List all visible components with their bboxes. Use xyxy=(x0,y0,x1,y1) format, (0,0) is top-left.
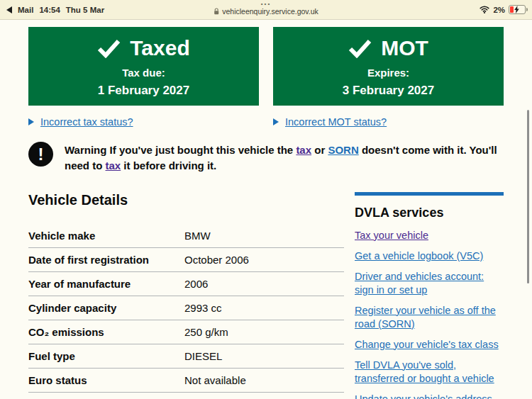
warning-text: Warning If you've just bought this vehic… xyxy=(65,142,504,174)
scrollbar-thumb[interactable] xyxy=(527,110,529,283)
row-value: 2993 cc xyxy=(184,302,222,314)
table-row: Real Driving Emissions (RDE) Not availab… xyxy=(28,393,344,399)
row-label: Year of manufacture xyxy=(28,278,184,290)
table-row: Cylinder capacity 2993 cc xyxy=(28,296,344,320)
dvla-service-link[interactable]: Tax your vehicle xyxy=(355,229,504,242)
row-value: 2006 xyxy=(184,278,208,290)
clock-time: 14:54 xyxy=(39,6,60,14)
status-panels: Taxed Tax due: 1 February 2027 MOT Expir… xyxy=(28,27,504,106)
dvla-service-link[interactable]: Driver and vehicles account: sign in or … xyxy=(355,270,504,297)
dvla-service-link[interactable]: Update your vehicle's address xyxy=(355,393,504,399)
safari-window: Mail 14:54 Thu 5 Mar ••• vehicleenquiry.… xyxy=(0,0,532,399)
panel-date: 1 February 2027 xyxy=(28,84,259,98)
table-row: Year of manufacture 2006 xyxy=(28,272,344,296)
panel-title: Taxed xyxy=(130,38,189,59)
vehicle-details-heading: Vehicle Details xyxy=(28,192,344,208)
two-column-layout: Vehicle Details Vehicle make BMW Date of… xyxy=(28,192,504,399)
row-label: Vehicle make xyxy=(28,230,184,242)
row-label: Cylinder capacity xyxy=(28,302,184,314)
warning-text-segment: it before driving it. xyxy=(121,159,216,172)
wifi-icon xyxy=(480,6,489,13)
warning-notice: ! Warning If you've just bought this veh… xyxy=(28,142,504,174)
panel-date: 3 February 2027 xyxy=(273,84,504,98)
vehicle-details-section: Vehicle Details Vehicle make BMW Date of… xyxy=(28,192,344,399)
row-value: DIESEL xyxy=(184,350,222,362)
address-bar: ••• vehicleenquiry.service.gov.uk xyxy=(214,0,318,16)
warning-inline-link[interactable]: SORN xyxy=(328,144,358,156)
dvla-service-link[interactable]: Get a vehicle logbook (V5C) xyxy=(355,249,504,263)
table-row: Fuel type DIESEL xyxy=(28,344,344,369)
ios-status-bar: Mail 14:54 Thu 5 Mar ••• vehicleenquiry.… xyxy=(0,0,532,20)
url-field[interactable]: vehicleenquiry.service.gov.uk xyxy=(214,7,318,16)
row-label: Date of first registration xyxy=(28,254,184,266)
checkmark-icon xyxy=(97,39,121,58)
panel-sublabel: Tax due: xyxy=(28,67,259,79)
row-value: 250 g/km xyxy=(184,326,228,338)
disclosure-link[interactable]: Incorrect MOT status? xyxy=(285,116,387,128)
row-label: Euro status xyxy=(28,374,184,386)
panel-sublabel: Expires: xyxy=(273,67,504,79)
row-value: BMW xyxy=(184,230,211,242)
status-panel: Taxed Tax due: 1 February 2027 xyxy=(28,27,259,106)
disclosure-toggle[interactable]: Incorrect MOT status? xyxy=(273,116,504,128)
battery-percent-label: 2% xyxy=(493,6,505,14)
disclosure-triangle-icon xyxy=(273,118,279,125)
warning-inline-link[interactable]: tax xyxy=(296,144,311,156)
sidebar-links: Tax your vehicle Get a vehicle logbook (… xyxy=(355,229,504,399)
row-value: Not available xyxy=(184,374,246,386)
dvla-service-link[interactable]: Register your vehicle as off the road (S… xyxy=(355,304,504,331)
warning-text-segment: or xyxy=(311,144,328,156)
back-app-label: Mail xyxy=(18,6,33,14)
battery-icon xyxy=(509,5,526,14)
dvla-service-link[interactable]: Change your vehicle's tax class xyxy=(355,338,504,352)
tab-overview-icon[interactable]: ••• xyxy=(214,1,318,7)
lock-icon xyxy=(214,8,219,15)
sidebar-heading: DVLA services xyxy=(355,206,504,220)
checkmark-icon xyxy=(348,39,372,58)
warning-inline-link[interactable]: tax xyxy=(106,159,121,172)
table-row: Euro status Not available xyxy=(28,369,344,393)
back-arrow-icon xyxy=(6,6,12,13)
table-row: Vehicle make BMW xyxy=(28,224,344,248)
vehicle-details-table: Vehicle make BMW Date of first registrat… xyxy=(28,224,344,399)
back-to-mail-button[interactable]: Mail 14:54 Thu 5 Mar xyxy=(6,6,104,14)
charging-bolt-icon xyxy=(514,6,520,13)
dvla-service-link[interactable]: Tell DVLA you've sold, transferred or bo… xyxy=(355,359,504,386)
disclosure-triangle-icon xyxy=(28,118,34,125)
table-row: Date of first registration October 2006 xyxy=(28,248,344,272)
disclosure-row: Incorrect tax status? Incorrect MOT stat… xyxy=(28,116,504,128)
sidebar-accent-bar xyxy=(355,192,504,196)
table-row: CO₂ emissions 250 g/km xyxy=(28,320,344,344)
row-label: Fuel type xyxy=(28,350,184,362)
clock-date: Thu 5 Mar xyxy=(66,6,104,14)
status-indicators: 2% xyxy=(480,5,526,14)
page-content: Taxed Tax due: 1 February 2027 MOT Expir… xyxy=(0,27,532,399)
dvla-services-sidebar: DVLA services Tax your vehicle Get a veh… xyxy=(355,192,504,399)
row-label: CO₂ emissions xyxy=(28,326,184,338)
disclosure-toggle[interactable]: Incorrect tax status? xyxy=(28,116,259,128)
panel-title: MOT xyxy=(381,38,428,59)
warning-exclamation-icon: ! xyxy=(28,142,53,167)
warning-text-segment: Warning If you've just bought this vehic… xyxy=(65,144,296,156)
url-text: vehicleenquiry.service.gov.uk xyxy=(222,7,318,16)
status-panel: MOT Expires: 3 February 2027 xyxy=(273,27,504,106)
disclosure-link[interactable]: Incorrect tax status? xyxy=(40,116,133,128)
row-value: October 2006 xyxy=(184,254,249,266)
